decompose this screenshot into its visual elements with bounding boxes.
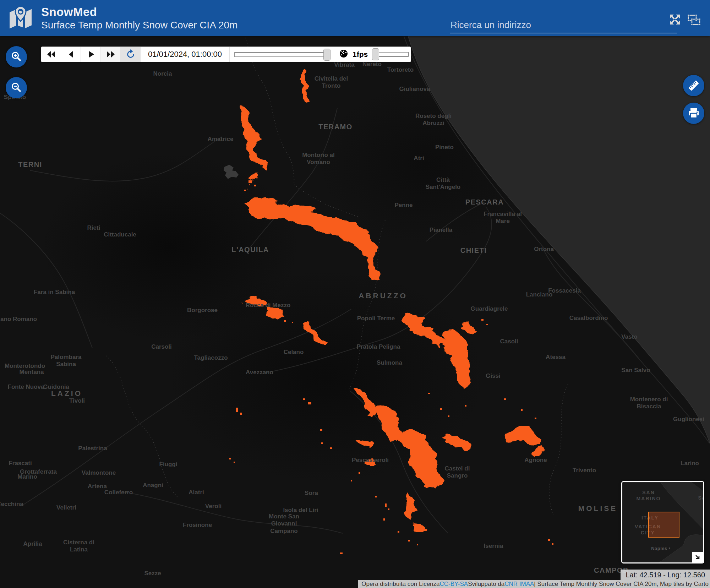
attribution-text: Sviluppato da — [468, 581, 504, 588]
printer-icon — [687, 107, 700, 119]
speed-gauge-icon — [339, 49, 348, 60]
map-marked-icon — [8, 6, 33, 31]
cursor-coordinates: Lat: 42.519 - Lng: 12.560 — [621, 570, 710, 580]
time-slider-thumb[interactable] — [323, 49, 331, 61]
cnr-imaa-link[interactable]: CNR IMAA — [504, 581, 534, 588]
fps-slider[interactable] — [372, 47, 410, 62]
playback-toolbar: 01/01/2024, 01:00:00 1fps — [41, 47, 411, 62]
app-header: SnowMed Surface Temp Monthly Snow Cover … — [0, 0, 710, 36]
snow-speckles — [229, 180, 553, 554]
play-button[interactable] — [81, 47, 101, 62]
rewind-button[interactable] — [41, 47, 61, 62]
step-back-icon — [66, 50, 76, 59]
fps-control: 1fps — [334, 47, 411, 62]
fast-forward-icon — [105, 50, 116, 59]
fps-slider-track[interactable] — [375, 52, 409, 57]
refresh-icon — [125, 49, 136, 60]
time-slider[interactable] — [229, 47, 334, 62]
zoom-out-icon — [10, 82, 22, 94]
step-back-button[interactable] — [61, 47, 81, 62]
minimap-viewport-rect[interactable] — [648, 512, 679, 538]
search-input[interactable] — [450, 18, 677, 33]
attribution-text: | Surface Temp Monthly Snow Cover CIA 20… — [534, 581, 709, 588]
zoom-in-button[interactable] — [6, 46, 27, 67]
rewind-icon — [46, 50, 56, 59]
header-icons — [669, 13, 701, 28]
lake-campotosto — [224, 165, 239, 179]
minimap-toggle-button[interactable] — [692, 552, 703, 562]
fps-slider-thumb[interactable] — [372, 48, 379, 60]
zoom-in-icon — [10, 51, 22, 63]
time-slider-track[interactable] — [234, 52, 328, 57]
attribution-bar: Opera distribuita con Licenza CC-BY-SA S… — [358, 580, 710, 588]
title-block: SnowMed Surface Temp Monthly Snow Cover … — [41, 5, 238, 31]
license-link[interactable]: CC-BY-SA — [440, 581, 468, 588]
layer-subtitle: Surface Temp Monthly Snow Cover CIA 20m — [41, 20, 238, 31]
fast-forward-button[interactable] — [101, 47, 121, 62]
play-icon — [86, 50, 96, 59]
map-canvas[interactable]: SpoletoNorciaTERNIRietiCittaducaleAmatri… — [0, 0, 710, 588]
print-button[interactable] — [683, 103, 704, 124]
attribution-text: Opera distribuita con Licenza — [361, 581, 439, 588]
app-title: SnowMed — [41, 5, 238, 19]
map-layers — [0, 0, 710, 588]
fps-label: 1fps — [353, 50, 368, 59]
measure-button[interactable] — [683, 75, 704, 96]
expand-arrows-icon[interactable] — [669, 13, 681, 28]
zoom-out-button[interactable] — [6, 77, 27, 98]
ruler-icon — [687, 78, 701, 93]
sea-layer — [400, 0, 710, 444]
datetime-display: 01/01/2024, 01:00:00 — [141, 47, 229, 62]
address-search — [450, 18, 677, 33]
refresh-button[interactable] — [121, 47, 141, 62]
app-window: SpoletoNorciaTERNIRietiCittaducaleAmatri… — [0, 0, 710, 588]
object-group-icon[interactable] — [687, 13, 701, 28]
collapse-arrow-icon — [694, 554, 701, 560]
minimap[interactable]: SAN MARINOITALYVATICAN CITYNaples▪Sa — [621, 481, 704, 564]
